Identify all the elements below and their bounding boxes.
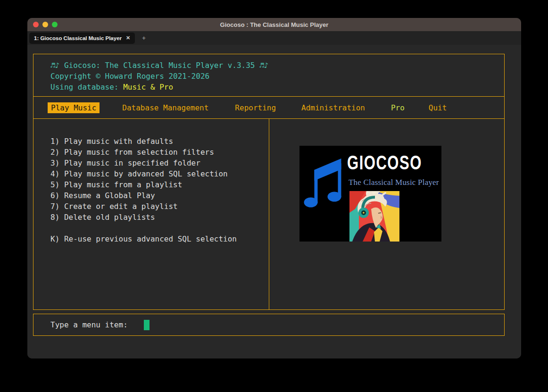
menu-option-5[interactable]: 5) Play music from a playlist: [50, 179, 269, 190]
menu-option-7[interactable]: 7) Create or edit a playlist: [50, 201, 269, 212]
beethoven-artwork: [349, 191, 399, 242]
menu-play-music[interactable]: Play Music: [48, 102, 100, 113]
menu-option-2[interactable]: 2) Play music from selection filters: [50, 147, 269, 158]
text-cursor[interactable]: [144, 320, 149, 330]
app-header-panel: ♬♪ Giocoso: The Classical Music Player v…: [33, 54, 505, 96]
copyright-line: Copyright © Howard Rogers 2021-2026: [50, 71, 504, 82]
menu-quit[interactable]: Quit: [429, 103, 447, 112]
menu-pro[interactable]: Pro: [391, 103, 405, 112]
logo-tagline: The Classical Music Player: [349, 178, 439, 187]
menu-administration[interactable]: Administration: [301, 103, 365, 112]
maximize-window-button[interactable]: [52, 22, 58, 27]
menu-options-pane: 1) Play music with defaults 2) Play musi…: [33, 119, 269, 309]
database-label: Using database:: [50, 83, 123, 92]
menu-option-8[interactable]: 8) Delete old playlists: [50, 212, 269, 223]
menu-option-spacer: [50, 223, 269, 234]
window-title: Giocoso : The Classical Music Player: [27, 21, 521, 28]
menu-option-4[interactable]: 4) Play music by advanced SQL selection: [50, 168, 269, 179]
app-title-line: ♬♪ Giocoso: The Classical Music Player v…: [50, 60, 504, 71]
content-panel: 1) Play music with defaults 2) Play musi…: [33, 119, 505, 310]
terminal-window: Giocoso : The Classical Music Player 1: …: [27, 18, 521, 359]
new-tab-button[interactable]: +: [142, 34, 146, 42]
giocoso-logo: GIOCOSO The Classical Music Player: [299, 146, 441, 242]
command-prompt[interactable]: Type a menu item:: [33, 314, 505, 336]
menu-database-management[interactable]: Database Management: [122, 103, 208, 112]
menu-option-6[interactable]: 6) Resume a Global Play: [50, 190, 269, 201]
traffic-lights: [27, 22, 58, 27]
music-note-icon: [304, 154, 342, 209]
menu-option-1[interactable]: 1) Play music with defaults: [50, 136, 269, 147]
terminal-content: ♬♪ Giocoso: The Classical Music Player v…: [27, 45, 521, 359]
terminal-tab[interactable]: 1: Giocoso Classical Music Player ✕: [29, 33, 135, 44]
window-titlebar[interactable]: Giocoso : The Classical Music Player: [27, 18, 521, 31]
tab-bar: 1: Giocoso Classical Music Player ✕ +: [27, 31, 521, 45]
prompt-label: Type a menu item:: [50, 320, 128, 329]
close-window-button[interactable]: [33, 22, 39, 27]
database-line: Using database: Music & Pro: [50, 82, 504, 92]
tab-label: 1: Giocoso Classical Music Player: [34, 35, 122, 41]
menu-bar: Play Music Database Management Reporting…: [33, 96, 505, 119]
menu-option-3[interactable]: 3) Play music in specified folder: [50, 158, 269, 168]
minimize-window-button[interactable]: [42, 22, 48, 27]
logo-pane: GIOCOSO The Classical Music Player: [269, 119, 504, 309]
menu-option-k[interactable]: K) Re-use previous advanced SQL selectio…: [50, 234, 269, 244]
logo-wordmark: GIOCOSO: [347, 151, 422, 174]
menu-reporting[interactable]: Reporting: [235, 103, 276, 112]
tab-close-icon[interactable]: ✕: [126, 35, 130, 41]
database-value: Music & Pro: [123, 83, 173, 92]
